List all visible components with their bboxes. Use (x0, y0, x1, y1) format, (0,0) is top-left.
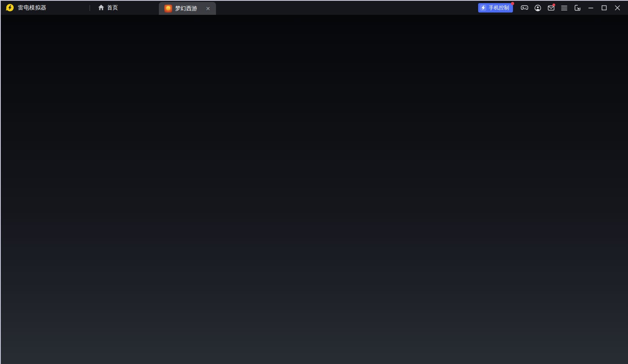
titlebar-right-controls: 手机控制 (478, 2, 628, 13)
tab-game[interactable]: 梦幻西游 ✕ (159, 2, 216, 15)
mail-notification-dot (552, 4, 555, 6)
home-icon (98, 4, 104, 12)
minimize-icon[interactable] (584, 2, 597, 13)
titlebar: 雷电模拟器 首页 梦幻西游 ✕ 手机 (1, 1, 628, 15)
mail-icon[interactable] (544, 2, 558, 13)
tab-close-icon[interactable]: ✕ (205, 5, 211, 12)
game-app-icon (164, 5, 172, 13)
emulator-screen[interactable] (1, 15, 628, 364)
home-label: 首页 (107, 4, 118, 11)
emulator-window: 雷电模拟器 首页 梦幻西游 ✕ 手机 (0, 0, 628, 364)
lightning-bolt-icon (480, 5, 486, 11)
home-tab[interactable]: 首页 (97, 3, 119, 13)
phone-control-label: 手机控制 (489, 4, 509, 11)
phone-control-button[interactable]: 手机控制 (478, 3, 513, 13)
close-icon[interactable] (611, 2, 624, 13)
mini-window-icon[interactable] (571, 2, 584, 13)
maximize-icon[interactable] (597, 2, 611, 13)
titlebar-divider (90, 5, 90, 11)
tab-label: 梦幻西游 (175, 5, 202, 12)
ldplayer-logo-icon (5, 3, 15, 13)
account-icon[interactable] (531, 2, 544, 13)
gamepad-icon[interactable] (518, 2, 531, 13)
app-title: 雷电模拟器 (18, 4, 47, 11)
notification-dot (511, 2, 514, 5)
menu-icon[interactable] (558, 2, 571, 13)
